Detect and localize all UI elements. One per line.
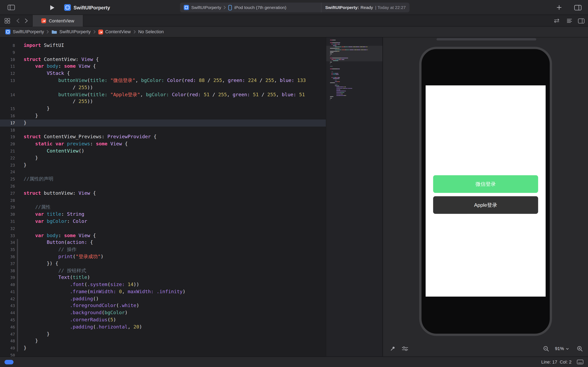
minimap[interactable] [326, 38, 382, 357]
code-line[interactable]: 10struct ContentView: View { [0, 56, 326, 63]
code-line[interactable]: 42 .padding() [0, 295, 326, 303]
go-back-button[interactable] [15, 15, 21, 26]
code-line[interactable]: 37 }) { [0, 260, 326, 267]
code-line[interactable]: 20 static var previews: some View { [0, 141, 326, 148]
editor-layout-button[interactable] [573, 0, 583, 15]
status-bar: Line: 17 Col: 2 [0, 357, 588, 367]
code-line[interactable]: 13 buttonView(title: "微信登录", bgColor: Co… [0, 77, 326, 84]
code-line[interactable]: 22 } [0, 155, 326, 162]
code-line[interactable]: 31 var bgColor: Color [0, 218, 326, 225]
code-line[interactable]: 34 Button(action: { [0, 239, 326, 246]
code-line[interactable]: / 255)) [0, 98, 326, 105]
code-line[interactable]: 47 } [0, 331, 326, 338]
code-line[interactable]: 33 var body: some View { [0, 232, 326, 239]
code-rows: 8import SwiftUI910struct ContentView: Vi… [0, 38, 326, 357]
sidebar-right-icon [578, 18, 585, 24]
code-line[interactable]: 48 } [0, 338, 326, 345]
activity-viewer[interactable]: SwiftUIPorperty iPod touch (7th generati… [180, 3, 410, 12]
run-destination[interactable]: iPod touch (7th generation) [234, 5, 286, 10]
code-line[interactable]: 23} [0, 162, 326, 169]
toolbar: SwiftUIPorperty SwiftUIPorperty iPod tou… [0, 0, 588, 15]
code-line[interactable]: 12 VStack { [0, 70, 326, 77]
code-line[interactable]: 8import SwiftUI [0, 42, 326, 49]
breadcrumb-label: SwiftUIPorperty [13, 29, 44, 34]
project-app-icon [64, 0, 71, 15]
breadcrumb-label: No Selection [138, 29, 164, 34]
code-line[interactable]: 49} [0, 345, 326, 352]
swift-file-icon [41, 18, 46, 23]
preview-apple-login-button[interactable]: Apple登录 [433, 196, 538, 214]
code-review-button[interactable] [552, 15, 561, 26]
code-line[interactable]: 30 var title: String [0, 211, 326, 218]
code-line[interactable]: / 255)) [0, 84, 326, 91]
code-line[interactable]: 44 .background(bgColor) [0, 309, 326, 317]
line-col-indicator: Line: 17 Col: 2 [541, 359, 571, 365]
preview-scrollbar[interactable] [437, 38, 536, 40]
toggle-inspector-button[interactable] [577, 15, 586, 26]
chevron-right-icon [25, 18, 28, 23]
code-line[interactable]: 46 .padding(.horizontal, 20) [0, 324, 326, 331]
code-line[interactable]: 35 // 操作 [0, 246, 326, 253]
code-line[interactable]: 41 .frame(minWidth: 0, maxWidth: .infini… [0, 288, 326, 295]
breadcrumb-group[interactable]: SwiftUIPorperty [52, 29, 91, 34]
device-icon [228, 5, 232, 10]
editor-layout-icon [574, 5, 582, 10]
preview-canvas[interactable]: 微信登录 Apple登录 [382, 38, 588, 357]
code-line[interactable]: 14 buttonView(title: "Apple登录", bgColor:… [0, 91, 326, 98]
add-editor-button[interactable] [555, 0, 563, 15]
status-time: | Today at 22:27 [375, 5, 406, 10]
code-line[interactable]: 39 Text(title) [0, 274, 326, 281]
simulator-screen: 微信登录 Apple登录 [426, 85, 546, 297]
breadcrumb-file[interactable]: ContentView [98, 29, 131, 34]
tab-contentview[interactable]: ContentView [32, 15, 83, 26]
code-line[interactable]: 15 } [0, 105, 326, 112]
chevron-right-icon [223, 6, 226, 9]
toggle-navigator-button[interactable] [7, 0, 16, 15]
folder-icon [52, 30, 57, 34]
adjust-editor-options-button[interactable] [565, 15, 574, 26]
run-button[interactable] [48, 0, 56, 15]
code-line[interactable]: 16 } [0, 112, 326, 119]
preview-settings-button[interactable] [402, 343, 408, 354]
zoom-in-button[interactable] [577, 343, 583, 354]
status-state: Ready [361, 5, 373, 10]
code-line[interactable]: 18 [0, 126, 326, 133]
source-editor[interactable]: 8import SwiftUI910struct ContentView: Vi… [0, 38, 326, 357]
keyboard-icon[interactable] [577, 359, 584, 364]
code-line[interactable]: 28 [0, 197, 326, 204]
tab-overview-button[interactable] [3, 15, 11, 26]
code-line[interactable]: 38 // 按钮样式 [0, 267, 326, 275]
code-line[interactable]: 11 var body: some View { [0, 63, 326, 70]
breadcrumb-label: ContentView [105, 29, 131, 34]
code-line[interactable]: 36 print("登录成功") [0, 253, 326, 260]
code-line[interactable]: 19struct ContentView_Previews: PreviewPr… [0, 133, 326, 141]
code-line[interactable]: 40 .font(.system(size: 14)) [0, 281, 326, 289]
window-title: SwiftUIPorperty [73, 0, 110, 15]
pin-preview-button[interactable] [389, 343, 396, 354]
code-line[interactable]: 43 .foregroundColor(.white) [0, 302, 326, 309]
code-line[interactable]: 27struct buttonView: View { [0, 190, 326, 197]
code-line[interactable]: 32 [0, 225, 326, 232]
grid-icon [4, 18, 10, 24]
sliders-icon [402, 346, 408, 351]
project-icon [5, 29, 11, 34]
code-line[interactable]: 25//属性的声明 [0, 176, 326, 183]
code-line[interactable]: 24 [0, 169, 326, 176]
code-line[interactable]: 45 .cornerRadius(5) [0, 317, 326, 324]
code-line[interactable]: 17} [0, 119, 326, 126]
zoom-level-selector[interactable]: 91% [555, 343, 569, 354]
progress-indicator [4, 360, 13, 364]
code-line[interactable]: 21 ContentView() [0, 148, 326, 155]
code-line[interactable]: 26 [0, 183, 326, 190]
code-line[interactable]: 50 [0, 352, 326, 357]
zoom-out-button[interactable] [543, 343, 549, 354]
chevron-right-icon [47, 30, 49, 34]
breadcrumb-project[interactable]: SwiftUIPorperty [5, 29, 44, 34]
preview-wechat-login-button[interactable]: 微信登录 [433, 175, 538, 193]
scheme-name[interactable]: SwiftUIPorperty [191, 5, 221, 10]
go-forward-button[interactable] [23, 15, 29, 26]
breadcrumb-selection[interactable]: No Selection [138, 29, 164, 34]
code-line[interactable]: 9 [0, 49, 326, 56]
chevron-right-icon [93, 30, 95, 34]
code-line[interactable]: 29 //属性 [0, 204, 326, 211]
